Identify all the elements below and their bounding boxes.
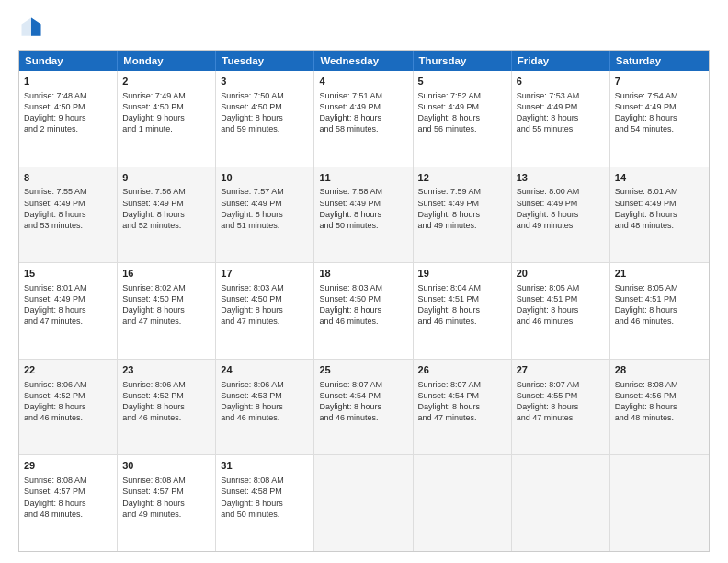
cell-line: Sunrise: 8:08 AM <box>221 475 309 486</box>
cell-line: Sunrise: 8:00 AM <box>517 186 605 197</box>
day-number: 31 <box>221 459 309 473</box>
cell-line: Sunrise: 8:03 AM <box>221 282 309 293</box>
cell-line: Daylight: 8 hours <box>517 304 605 316</box>
calendar-cell-day-29: 29Sunrise: 8:08 AMSunset: 4:57 PMDayligh… <box>19 455 118 551</box>
calendar-cell-day-14: 14Sunrise: 8:01 AMSunset: 4:49 PMDayligh… <box>610 167 709 263</box>
calendar-cell-day-23: 23Sunrise: 8:06 AMSunset: 4:52 PMDayligh… <box>118 360 216 455</box>
day-number: 20 <box>517 267 605 281</box>
logo <box>18 15 48 40</box>
cell-line: and 56 minutes. <box>418 123 506 134</box>
calendar-row-4: 22Sunrise: 8:06 AMSunset: 4:52 PMDayligh… <box>19 359 709 455</box>
cell-line: Daylight: 8 hours <box>615 209 704 220</box>
cell-line: and 2 minutes. <box>24 123 112 134</box>
cell-line: Sunset: 4:52 PM <box>122 390 210 401</box>
day-number: 24 <box>221 363 309 377</box>
day-number: 28 <box>615 363 704 377</box>
calendar-row-3: 15Sunrise: 8:01 AMSunset: 4:49 PMDayligh… <box>19 262 709 359</box>
calendar-cell-day-19: 19Sunrise: 8:04 AMSunset: 4:51 PMDayligh… <box>414 263 512 359</box>
cell-line: Sunset: 4:49 PM <box>24 293 112 304</box>
cell-line: Sunset: 4:57 PM <box>122 486 210 497</box>
cell-line: and 46 minutes. <box>418 316 506 327</box>
cell-line: and 46 minutes. <box>24 412 112 423</box>
cell-line: and 49 minutes. <box>517 220 605 231</box>
header-day-wednesday: Wednesday <box>314 51 413 71</box>
cell-line: Sunrise: 8:07 AM <box>418 379 506 390</box>
day-number: 7 <box>615 75 704 88</box>
cell-line: Sunset: 4:50 PM <box>319 293 407 304</box>
day-number: 27 <box>517 363 605 377</box>
cell-line: Sunset: 4:49 PM <box>122 198 210 209</box>
cell-line: Daylight: 9 hours <box>122 112 210 123</box>
cell-line: Daylight: 8 hours <box>319 304 407 316</box>
cell-line: Sunset: 4:55 PM <box>517 390 605 401</box>
cell-line: and 49 minutes. <box>122 509 210 520</box>
cell-line: Sunset: 4:49 PM <box>24 198 112 209</box>
cell-line: and 50 minutes. <box>319 220 407 231</box>
cell-line: Sunrise: 8:01 AM <box>24 282 112 293</box>
cell-line: and 55 minutes. <box>517 123 605 134</box>
cell-line: and 47 minutes. <box>221 316 309 327</box>
day-number: 8 <box>24 171 112 185</box>
cell-line: Sunrise: 7:53 AM <box>517 90 605 101</box>
calendar-cell-day-11: 11Sunrise: 7:58 AMSunset: 4:49 PMDayligh… <box>314 167 413 263</box>
cell-line: Daylight: 8 hours <box>122 209 210 220</box>
cell-line: Daylight: 8 hours <box>122 304 210 316</box>
calendar: SundayMondayTuesdayWednesdayThursdayFrid… <box>18 50 710 552</box>
cell-line: Sunrise: 7:49 AM <box>122 90 210 101</box>
calendar-cell-day-16: 16Sunrise: 8:02 AMSunset: 4:50 PMDayligh… <box>118 263 216 359</box>
day-number: 2 <box>122 75 210 88</box>
header-day-thursday: Thursday <box>414 51 512 71</box>
cell-line: Daylight: 8 hours <box>517 112 605 123</box>
day-number: 14 <box>615 171 704 185</box>
cell-line: Daylight: 8 hours <box>24 209 112 220</box>
cell-line: Sunrise: 7:48 AM <box>24 90 112 101</box>
calendar-row-5: 29Sunrise: 8:08 AMSunset: 4:57 PMDayligh… <box>19 454 709 551</box>
cell-line: Sunset: 4:49 PM <box>615 101 704 112</box>
cell-line: Sunrise: 8:08 AM <box>615 379 704 390</box>
calendar-row-2: 8Sunrise: 7:55 AMSunset: 4:49 PMDaylight… <box>19 167 709 263</box>
cell-line: Sunset: 4:56 PM <box>615 390 704 401</box>
day-number: 16 <box>122 267 210 281</box>
day-number: 29 <box>24 459 112 473</box>
cell-line: Sunset: 4:49 PM <box>517 198 605 209</box>
cell-line: Sunset: 4:51 PM <box>615 293 704 304</box>
day-number: 6 <box>517 75 605 88</box>
cell-line: and 47 minutes. <box>122 316 210 327</box>
cell-line: Sunset: 4:52 PM <box>24 390 112 401</box>
cell-line: Daylight: 8 hours <box>221 112 309 123</box>
cell-line: Sunrise: 7:57 AM <box>221 186 309 197</box>
cell-line: Sunset: 4:57 PM <box>24 486 112 497</box>
cell-line: and 50 minutes. <box>221 509 309 520</box>
calendar-cell-day-1: 1Sunrise: 7:48 AMSunset: 4:50 PMDaylight… <box>19 71 118 167</box>
cell-line: Sunrise: 8:01 AM <box>615 186 704 197</box>
day-number: 21 <box>615 267 704 281</box>
cell-line: Daylight: 8 hours <box>418 112 506 123</box>
day-number: 22 <box>24 363 112 377</box>
cell-line: Sunrise: 8:05 AM <box>615 282 704 293</box>
cell-line: and 48 minutes. <box>615 412 704 423</box>
calendar-cell-day-25: 25Sunrise: 8:07 AMSunset: 4:54 PMDayligh… <box>314 360 413 455</box>
calendar-cell-day-28: 28Sunrise: 8:08 AMSunset: 4:56 PMDayligh… <box>610 360 709 455</box>
cell-line: Sunrise: 8:04 AM <box>418 282 506 293</box>
cell-line: and 46 minutes. <box>221 412 309 423</box>
calendar-cell-day-21: 21Sunrise: 8:05 AMSunset: 4:51 PMDayligh… <box>610 263 709 359</box>
cell-line: Sunrise: 8:07 AM <box>517 379 605 390</box>
day-number: 13 <box>517 171 605 185</box>
calendar-cell-empty <box>314 455 413 551</box>
day-number: 5 <box>418 75 506 88</box>
cell-line: Sunrise: 8:03 AM <box>319 282 407 293</box>
cell-line: Sunrise: 7:51 AM <box>319 90 407 101</box>
header-day-tuesday: Tuesday <box>216 51 314 71</box>
cell-line: Daylight: 8 hours <box>24 498 112 509</box>
cell-line: Sunset: 4:50 PM <box>221 293 309 304</box>
day-number: 19 <box>418 267 506 281</box>
cell-line: Daylight: 8 hours <box>24 401 112 412</box>
cell-line: Sunrise: 7:50 AM <box>221 90 309 101</box>
calendar-cell-day-6: 6Sunrise: 7:53 AMSunset: 4:49 PMDaylight… <box>512 71 610 167</box>
cell-line: Sunrise: 7:55 AM <box>24 186 112 197</box>
header-day-sunday: Sunday <box>19 51 118 71</box>
cell-line: Daylight: 8 hours <box>615 112 704 123</box>
cell-line: and 46 minutes. <box>122 412 210 423</box>
cell-line: Sunset: 4:49 PM <box>418 198 506 209</box>
header-day-monday: Monday <box>118 51 216 71</box>
